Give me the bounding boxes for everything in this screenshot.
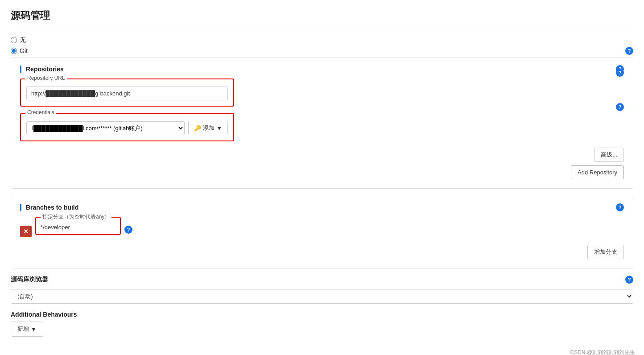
- page-title: 源码管理: [11, 9, 633, 27]
- repo-url-fieldset: Repository URL: [20, 78, 234, 107]
- browser-section: 源码库浏览器 ? (自动): [11, 276, 633, 304]
- credentials-help-icon[interactable]: ?: [616, 103, 624, 111]
- new-dropdown-arrow: ▼: [31, 326, 37, 333]
- repo-url-input[interactable]: [26, 87, 228, 100]
- add-branch-button[interactable]: 增加分支: [587, 245, 624, 259]
- advanced-button[interactable]: 高级...: [594, 148, 624, 162]
- add-dropdown-arrow: ▼: [216, 125, 222, 132]
- radio-git[interactable]: Git ?: [11, 47, 633, 55]
- repo-url-help-icon[interactable]: ?: [616, 69, 624, 77]
- branches-help-icon[interactable]: ?: [616, 203, 624, 211]
- radio-none[interactable]: 无: [11, 36, 633, 44]
- remove-branch-button[interactable]: ✕: [20, 226, 32, 237]
- browser-help-icon[interactable]: ?: [625, 276, 633, 284]
- browser-header: 源码库浏览器 ?: [11, 276, 633, 284]
- additional-section: Additional Behaviours 新增 ▼: [11, 311, 633, 337]
- branch-buttons: 增加分支: [20, 245, 624, 259]
- new-behaviour-button[interactable]: 新增 ▼: [11, 322, 43, 337]
- key-icon: 🔑: [194, 125, 201, 132]
- branch-legend: 指定分支（为空时代表any）: [41, 213, 111, 221]
- branch-input[interactable]: [36, 220, 120, 234]
- add-repository-button[interactable]: Add Repository: [571, 165, 624, 179]
- credentials-fieldset: Credentials i████████████i.com/****** (g…: [20, 113, 234, 141]
- add-btn-label: 添加: [203, 124, 215, 132]
- radio-none-input[interactable]: [11, 37, 17, 43]
- radio-none-label: 无: [20, 36, 26, 44]
- radio-git-input[interactable]: [11, 48, 17, 54]
- radio-git-label: Git: [20, 47, 28, 54]
- additional-label: Additional Behaviours: [11, 311, 633, 318]
- branches-label: Branches to build: [20, 204, 78, 211]
- watermark: CSDN @刘刘刘刘刘刘先生: [570, 349, 635, 355]
- browser-label: 源码库浏览器: [11, 276, 48, 284]
- git-help-icon[interactable]: ?: [625, 47, 633, 55]
- repositories-section: Repositories ? ? Repository URL ? Creden…: [11, 58, 633, 189]
- branch-help-icon[interactable]: ?: [124, 226, 132, 234]
- add-credential-button[interactable]: 🔑 添加 ▼: [188, 121, 228, 135]
- repo-buttons: 高级... Add Repository: [20, 148, 624, 179]
- branch-fieldset: 指定分支（为空时代表any）: [35, 217, 121, 235]
- repositories-header: Repositories ?: [20, 65, 624, 73]
- repo-url-legend: Repository URL: [25, 75, 67, 81]
- new-btn-label: 新增: [17, 325, 29, 333]
- page-container: 源码管理 无 Git ? Repositories ? ? Repository…: [0, 0, 644, 355]
- browser-select[interactable]: (自动): [11, 289, 633, 304]
- branches-header: Branches to build ?: [20, 203, 624, 211]
- credentials-legend: Credentials: [25, 109, 56, 116]
- repositories-label: Repositories: [20, 66, 64, 73]
- credentials-select[interactable]: i████████████i.com/****** (gitlab账户): [26, 121, 185, 135]
- branches-section: Branches to build ? ✕ 指定分支（为空时代表any） ? 增…: [11, 196, 633, 268]
